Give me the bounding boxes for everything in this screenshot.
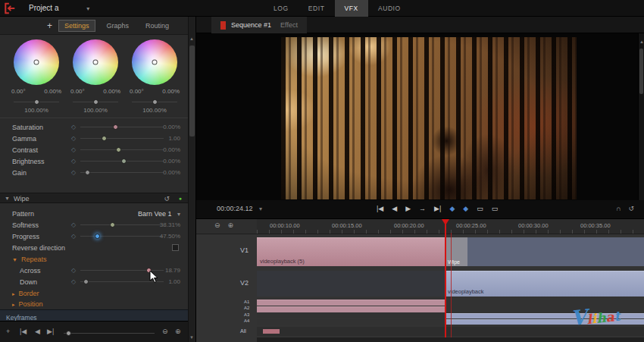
step-back-button[interactable]: ◀ <box>392 205 397 212</box>
gain-slider[interactable] <box>80 170 164 176</box>
slider-knob[interactable] <box>110 222 115 227</box>
track-label-a4[interactable]: A4 <box>244 318 249 323</box>
wheel-indicator[interactable] <box>34 60 39 65</box>
prev-keyframe-button[interactable]: ◀ <box>35 328 40 335</box>
timeline-zoom-out-button[interactable]: ⊖ <box>214 221 220 229</box>
audio-clip[interactable] <box>257 306 445 312</box>
timeline-horizontal-scrollbar[interactable] <box>257 337 644 342</box>
keyframe-toggle-icon[interactable]: ◇ <box>71 158 76 165</box>
track-label-a2[interactable]: A2 <box>244 306 249 310</box>
track-label-v2[interactable]: V2 <box>240 279 249 287</box>
clip-videoplayback-5[interactable]: videoplayback (5) <box>257 237 445 266</box>
color-wheel[interactable] <box>132 39 177 85</box>
scrollbar-thumb[interactable] <box>639 49 643 94</box>
project-menu[interactable]: Project a ▾ <box>29 0 89 17</box>
slider-knob[interactable] <box>83 279 89 284</box>
slider-knob[interactable] <box>102 136 107 141</box>
wipe-section-header[interactable]: ▼ Wipe ↺ ● <box>0 193 188 203</box>
wheel-level-slider[interactable] <box>14 99 59 105</box>
repeats-section-toggle[interactable]: ▼Repeats <box>12 256 46 263</box>
step-forward-button[interactable]: → <box>419 205 426 212</box>
wheel-indicator[interactable] <box>152 60 158 65</box>
single-view-button[interactable]: ▭ <box>477 205 483 212</box>
tab-routing[interactable]: Routing <box>140 20 174 31</box>
gamma-slider[interactable] <box>80 136 164 142</box>
border-section-toggle[interactable]: ▸Border <box>12 290 39 297</box>
mark-in-button[interactable]: ◆ <box>449 205 455 212</box>
color-wheel[interactable] <box>73 39 118 85</box>
progress-slider[interactable] <box>80 234 164 240</box>
clip-outgoing-region[interactable] <box>467 237 644 266</box>
keyframe-toggle-icon[interactable]: ◇ <box>71 267 76 274</box>
goto-end-button[interactable]: ▶| <box>434 205 441 212</box>
scroll-up-icon[interactable]: ▲ <box>639 39 644 44</box>
wheel-level-slider[interactable] <box>132 99 177 105</box>
contrast-slider[interactable] <box>80 147 164 153</box>
color-wheel[interactable] <box>14 39 59 85</box>
slider-knob[interactable] <box>95 234 100 239</box>
tab-log[interactable]: LOG <box>264 0 299 17</box>
goto-start-button[interactable]: |◀ <box>377 205 383 212</box>
across-slider[interactable] <box>80 268 164 274</box>
dual-view-button[interactable]: ▭ <box>492 205 499 212</box>
softness-slider[interactable] <box>80 222 164 228</box>
effect-tab-label[interactable]: Effect <box>280 21 298 29</box>
keyframe-zoom-slider[interactable] <box>64 331 155 337</box>
all-track-marker[interactable] <box>263 329 280 334</box>
keyframe-toggle-icon[interactable]: ◇ <box>71 221 76 228</box>
reset-effect-icon[interactable]: ↺ <box>164 195 170 202</box>
wheel-level-slider[interactable] <box>73 99 118 105</box>
clip-wipe-transition[interactable]: Wipe <box>445 237 467 266</box>
scroll-down-icon[interactable]: ▼ <box>189 335 194 340</box>
playhead[interactable] <box>445 221 446 337</box>
zoom-out-icon[interactable]: ⊖ <box>162 328 168 335</box>
keyframe-toggle-icon[interactable]: ◇ <box>71 169 76 176</box>
track-label-v1[interactable]: V1 <box>240 246 249 254</box>
keyframe-toggle-icon[interactable]: ◇ <box>71 124 76 130</box>
slider-knob[interactable] <box>85 170 90 175</box>
mark-out-button[interactable]: ◆ <box>463 205 468 212</box>
tab-vfx[interactable]: VFX <box>335 0 368 17</box>
wheel-indicator[interactable] <box>93 60 98 65</box>
add-effect-button[interactable]: + <box>47 20 52 31</box>
keyframe-toggle-icon[interactable]: ◇ <box>71 233 76 240</box>
video-frame[interactable] <box>281 37 577 199</box>
keyframes-bar[interactable]: Keyframes <box>0 309 188 321</box>
playhead-flag[interactable] <box>442 219 449 225</box>
brightness-slider[interactable] <box>80 158 164 165</box>
keyframe-toggle-icon[interactable]: ◇ <box>71 278 76 285</box>
timeline-zoom-in-button[interactable]: ⊕ <box>228 221 234 229</box>
slider-knob[interactable] <box>66 331 71 336</box>
slider-knob[interactable] <box>93 99 98 105</box>
first-keyframe-button[interactable]: |◀ <box>20 328 27 335</box>
reverse-direction-checkbox[interactable] <box>172 244 179 251</box>
play-button[interactable]: ▶ <box>405 205 411 212</box>
tab-audio[interactable]: AUDIO <box>368 0 411 17</box>
tab-graphs[interactable]: Graphs <box>102 20 135 31</box>
tab-settings[interactable]: Settings <box>58 20 95 32</box>
position-section-toggle[interactable]: ▸Position <box>12 300 43 308</box>
zoom-in-icon[interactable]: ⊕ <box>175 328 181 335</box>
scroll-up-icon[interactable]: ▲ <box>189 36 194 41</box>
track-label-a1[interactable]: A1 <box>244 300 249 304</box>
tab-edit[interactable]: EDIT <box>299 0 335 17</box>
scrollbar-thumb[interactable] <box>189 45 195 136</box>
exit-project-button[interactable] <box>4 2 17 14</box>
add-keyframe-button[interactable]: + <box>6 328 10 335</box>
audio-clip[interactable] <box>257 300 445 306</box>
timeline-ruler[interactable]: 00:00:10.00 00:00:15.00 00:00:20.00 00:0… <box>257 219 644 234</box>
viewer-scrollbar[interactable]: ▲ <box>638 33 644 200</box>
slider-knob[interactable] <box>121 158 127 164</box>
slider-knob[interactable] <box>34 99 39 105</box>
slider-knob[interactable] <box>116 147 121 152</box>
track-label-a3[interactable]: A3 <box>244 312 249 317</box>
timecode-display[interactable]: 00:00:24.12 ▾ <box>217 205 262 212</box>
sequence-tab[interactable]: Sequence #1 Effect <box>211 17 307 33</box>
panel-scrollbar[interactable]: ▲ ▼ <box>188 17 195 342</box>
down-slider[interactable] <box>80 279 164 285</box>
loop-button[interactable]: ↺ <box>628 205 634 212</box>
keyframe-toggle-icon[interactable]: ◇ <box>71 135 76 142</box>
slider-knob[interactable] <box>152 99 158 105</box>
headphone-icon[interactable]: ∩ <box>616 205 621 212</box>
pattern-dropdown[interactable]: Barn Vee 1 ▾ <box>138 210 180 218</box>
